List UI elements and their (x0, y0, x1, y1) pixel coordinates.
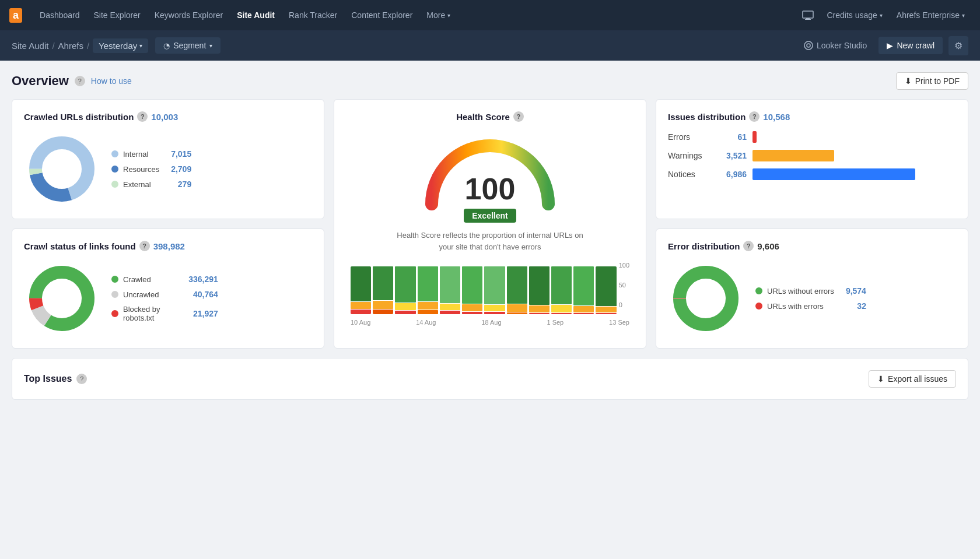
segment-dropdown-arrow: ▾ (209, 43, 212, 49)
looker-icon (804, 41, 813, 50)
breadcrumb-sep-1: / (52, 41, 54, 51)
uncrawled-dot (111, 291, 118, 298)
issues-rows: Errors 61 Warnings 3,521 Notices 6,986 (668, 131, 956, 180)
crawled-urls-donut (24, 131, 100, 207)
legend-uncrawled: Uncrawled 40,764 (111, 290, 218, 299)
error-distribution-chart: URLs without errors 9,574 URLs with erro… (668, 261, 956, 336)
looker-studio-btn[interactable]: Looker Studio (798, 37, 873, 54)
svg-rect-2 (805, 19, 811, 20)
top-issues-title: Top Issues (24, 374, 72, 384)
new-crawl-button[interactable]: ▶ New crawl (878, 37, 943, 54)
date-dropdown-arrow: ▾ (139, 43, 142, 49)
logo[interactable]: a (9, 8, 24, 23)
crawl-status-legend: Crawled 336,291 Uncrawled 40,764 Blocked… (111, 275, 218, 322)
health-score-card: Health Score ? (334, 99, 646, 349)
more-dropdown-arrow: ▾ (447, 12, 450, 19)
crawl-status-help-icon[interactable]: ? (139, 241, 150, 251)
notices-bar (752, 168, 915, 180)
logo-box: a (9, 8, 22, 23)
nav-rank-tracker[interactable]: Rank Tracker (283, 7, 343, 23)
svg-point-12 (43, 280, 80, 317)
breadcrumb-site-audit[interactable]: Site Audit (12, 41, 48, 51)
print-to-pdf-button[interactable]: ⬇ Print to PDF (896, 72, 968, 90)
breadcrumb-date[interactable]: Yesterday ▾ (93, 38, 148, 53)
page-header: Overview ? How to use ⬇ Print to PDF (12, 72, 968, 90)
top-issues-header: Top Issues ? ⬇ Export all issues (24, 370, 956, 388)
crawl-status-donut (24, 261, 100, 336)
health-score-title: Health Score ? (346, 111, 634, 122)
monitor-icon-btn[interactable] (797, 7, 818, 23)
external-dot (111, 181, 118, 188)
nav-site-explorer[interactable]: Site Explorer (88, 7, 146, 23)
cards-grid: Crawled URLs distribution ? 10,003 (12, 99, 968, 349)
with-errors-dot (755, 303, 762, 310)
svg-point-4 (807, 44, 810, 47)
legend-internal: Internal 7,015 (111, 149, 191, 159)
credits-usage-btn[interactable]: Credits usage ▾ (821, 7, 888, 23)
crawled-urls-title: Crawled URLs distribution ? 10,003 (24, 111, 312, 122)
crawl-status-title: Crawl status of links found ? 398,982 (24, 241, 312, 251)
legend-blocked: Blocked by robots.txt 21,927 (111, 305, 218, 322)
overview-help-icon[interactable]: ? (75, 76, 85, 86)
how-to-use-link[interactable]: How to use (91, 76, 132, 86)
crawled-urls-help-icon[interactable]: ? (137, 111, 148, 122)
warnings-bar (752, 150, 834, 161)
svg-rect-0 (803, 11, 813, 18)
error-distribution-legend: URLs without errors 9,574 URLs with erro… (755, 286, 866, 311)
chart-y-labels: 100 50 0 (617, 262, 629, 308)
enterprise-btn[interactable]: Ahrefs Enterprise ▾ (891, 7, 971, 23)
errors-row: Errors 61 (668, 131, 956, 143)
segment-chart-icon: ◔ (163, 41, 170, 50)
chart-x-labels: 10 Aug 14 Aug 18 Aug 1 Sep 13 Sep (351, 319, 629, 326)
secondary-right-actions: Looker Studio ▶ New crawl ⚙ (798, 36, 968, 55)
health-score-gauge: 100 Excellent (420, 131, 560, 230)
legend-external: External 279 (111, 180, 191, 189)
issues-distribution-title: Issues distribution ? 10,568 (668, 111, 956, 122)
legend-crawled: Crawled 336,291 (111, 275, 218, 284)
settings-button[interactable]: ⚙ (949, 36, 968, 55)
error-distribution-donut (668, 261, 744, 336)
crawled-urls-chart: Internal 7,015 Resources 2,709 External … (24, 131, 312, 207)
nav-right-section: Credits usage ▾ Ahrefs Enterprise ▾ (797, 7, 971, 23)
legend-resources: Resources 2,709 (111, 164, 191, 174)
secondary-navigation: Site Audit / Ahrefs / Yesterday ▾ ◔ Segm… (0, 30, 980, 61)
top-issues-help-icon[interactable]: ? (76, 374, 87, 384)
monitor-icon (802, 10, 814, 20)
notices-row: Notices 6,986 (668, 168, 956, 180)
svg-rect-1 (806, 18, 810, 19)
nav-keywords-explorer[interactable]: Keywords Explorer (149, 7, 229, 23)
internal-dot (111, 150, 118, 157)
blocked-dot (111, 310, 118, 317)
legend-with-errors: URLs with errors 32 (755, 301, 866, 311)
credits-dropdown-arrow: ▾ (880, 12, 883, 19)
page-title: Overview (12, 73, 69, 89)
resources-dot (111, 166, 118, 173)
health-history-chart: 100 50 0 10 Aug 14 Aug 18 Aug 1 Sep 13 S… (346, 262, 634, 326)
segment-button[interactable]: ◔ Segment ▾ (155, 37, 220, 54)
error-distribution-help-icon[interactable]: ? (743, 241, 754, 251)
no-errors-dot (755, 287, 762, 294)
crawl-status-card: Crawl status of links found ? 398,982 Cr… (12, 228, 324, 349)
nav-dashboard[interactable]: Dashboard (34, 7, 86, 23)
play-icon: ▶ (887, 41, 893, 50)
error-distribution-title: Error distribution ? 9,606 (668, 241, 956, 251)
history-bars (351, 262, 617, 314)
export-icon: ⬇ (877, 374, 884, 384)
crawled-urls-legend: Internal 7,015 Resources 2,709 External … (111, 149, 191, 189)
errors-bar (752, 131, 757, 143)
export-all-issues-button[interactable]: ⬇ Export all issues (869, 370, 956, 388)
health-score-help-icon[interactable]: ? (513, 111, 524, 122)
enterprise-dropdown-arrow: ▾ (962, 12, 965, 19)
nav-content-explorer[interactable]: Content Explorer (345, 7, 418, 23)
crawled-urls-card: Crawled URLs distribution ? 10,003 (12, 99, 324, 219)
issues-help-icon[interactable]: ? (749, 111, 760, 122)
main-content: Overview ? How to use ⬇ Print to PDF Cra… (0, 61, 980, 412)
top-issues-card: Top Issues ? ⬇ Export all issues (12, 358, 968, 400)
svg-point-8 (43, 150, 80, 188)
top-navigation: a Dashboard Site Explorer Keywords Explo… (0, 0, 980, 30)
nav-site-audit[interactable]: Site Audit (231, 7, 281, 23)
error-distribution-card: Error distribution ? 9,606 URLs without … (656, 228, 968, 349)
legend-no-errors: URLs without errors 9,574 (755, 286, 866, 296)
breadcrumb-ahrefs[interactable]: Ahrefs (58, 41, 83, 51)
nav-more[interactable]: More ▾ (421, 7, 456, 23)
